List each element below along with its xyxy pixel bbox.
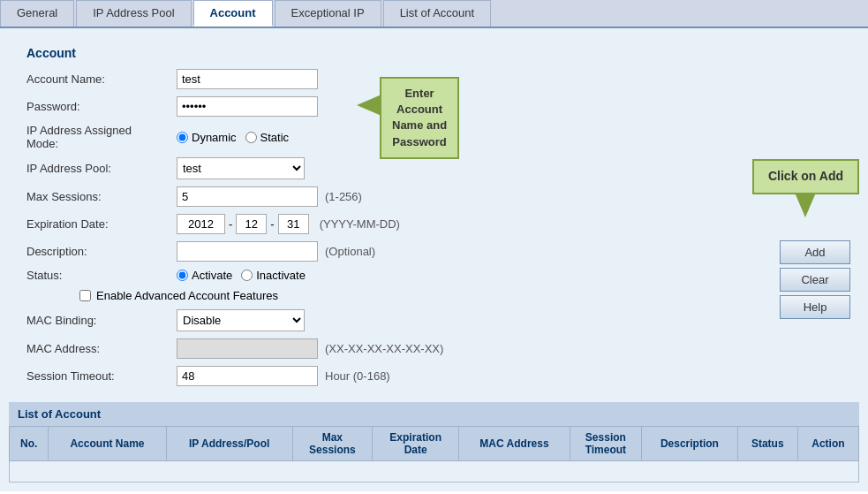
ip-assigned-radios: Dynamic Static [177,131,289,144]
col-description: Description [642,427,737,461]
list-title: List of Account [9,402,859,426]
mac-address-input[interactable] [177,338,318,359]
clear-button[interactable]: Clear [780,268,850,292]
mac-address-hint: (XX-XX-XX-XX-XX-XX) [325,342,443,355]
action-buttons: Add Clear Help [780,240,850,319]
exp-separator-1: - [229,217,232,231]
exp-separator-2: - [270,217,274,231]
description-row: Description: (Optional) [26,241,842,262]
advanced-features-checkbox[interactable] [79,290,91,301]
col-expiration-date: ExpirationDate [372,427,458,461]
dynamic-radio[interactable] [177,132,188,143]
session-timeout-hint: Hour (0-168) [325,369,390,383]
advanced-features-row: Enable Advanced Account Features [79,289,842,302]
tab-ip-address-pool[interactable]: IP Address Pool [76,0,191,27]
activate-radio[interactable] [177,270,188,281]
tabs-bar: General IP Address Pool Account Exceptio… [0,0,868,28]
description-label: Description: [26,245,177,258]
section-title: Account [26,46,842,60]
tooltip-balloon: EnterAccountName andPassword [380,77,459,159]
description-input[interactable] [177,241,318,262]
mac-address-label: MAC Address: [26,342,177,355]
inactivate-label: Inactivate [256,269,306,282]
description-hint: (Optional) [325,245,375,258]
max-sessions-row: Max Sessions: (1-256) [26,186,842,207]
max-sessions-hint: (1-256) [325,190,362,203]
mac-binding-row: MAC Binding: Disable Enable [26,309,842,331]
password-label: Password: [26,100,177,113]
inactivate-radio-label[interactable]: Inactivate [241,269,306,282]
col-no: No. [10,427,49,461]
account-name-label: Account Name: [26,72,177,86]
session-timeout-label: Session Timeout: [26,369,177,383]
inactivate-radio[interactable] [241,270,253,281]
tab-exceptional-ip[interactable]: Exceptional IP [275,0,381,27]
tab-account[interactable]: Account [193,0,273,27]
tab-list-of-account[interactable]: List of Account [383,0,492,27]
activate-radio-label[interactable]: Activate [177,269,232,282]
col-session-timeout: SessionTimeout [570,427,642,461]
col-mac-address: MAC Address [459,427,570,461]
session-timeout-row: Session Timeout: Hour (0-168) [26,366,842,386]
max-sessions-label: Max Sessions: [26,190,177,203]
exp-hint: (YYYY-MM-DD) [320,217,400,231]
ip-pool-label: IP Address Pool: [26,162,177,175]
mac-address-row: MAC Address: (XX-XX-XX-XX-XX-XX) [26,338,842,359]
add-button[interactable]: Add [780,240,850,264]
table-empty-row [10,461,859,483]
mac-binding-label: MAC Binding: [26,314,177,327]
ip-pool-select[interactable]: test [177,157,305,179]
static-radio-label[interactable]: Static [245,131,290,144]
status-radios: Activate Inactivate [177,269,306,282]
account-name-input[interactable] [177,69,318,89]
exp-year-input[interactable] [177,214,225,234]
account-table: No. Account Name IP Address/Pool MaxSess… [9,426,859,483]
status-row: Status: Activate Inactivate [26,269,842,282]
password-input[interactable] [177,96,318,117]
ip-assigned-label: IP Address AssignedMode: [26,124,177,150]
col-account-name: Account Name [49,427,166,461]
list-of-account-section: List of Account No. Account Name IP Addr… [9,402,859,483]
mac-binding-select[interactable]: Disable Enable [177,309,305,331]
ip-pool-row: IP Address Pool: test [26,157,842,179]
main-content: EnterAccountName andPassword Click on Ad… [0,28,868,491]
col-status: Status [737,427,797,461]
table-header-row: No. Account Name IP Address/Pool MaxSess… [10,427,859,461]
empty-cell [10,461,859,483]
static-label: Static [260,131,290,144]
dynamic-radio-label[interactable]: Dynamic [177,131,237,144]
advanced-features-label: Enable Advanced Account Features [96,289,278,302]
help-button[interactable]: Help [780,295,850,319]
tab-general[interactable]: General [0,0,74,27]
expiration-label: Expiration Date: [26,217,177,231]
col-ip-address-pool: IP Address/Pool [166,427,292,461]
status-label: Status: [26,269,177,282]
max-sessions-input[interactable] [177,186,318,207]
expiration-row: Expiration Date: - - (YYYY-MM-DD) [26,214,842,234]
exp-day-input[interactable] [278,214,309,234]
col-max-sessions: MaxSessions [292,427,372,461]
col-action: Action [797,427,858,461]
exp-month-input[interactable] [236,214,267,234]
static-radio[interactable] [245,132,257,143]
dynamic-label: Dynamic [192,131,237,144]
session-timeout-input[interactable] [177,366,318,386]
click-on-add-balloon: Click on Add [752,159,859,194]
activate-label: Activate [192,269,232,282]
expiration-inputs: - - (YYYY-MM-DD) [177,214,400,234]
